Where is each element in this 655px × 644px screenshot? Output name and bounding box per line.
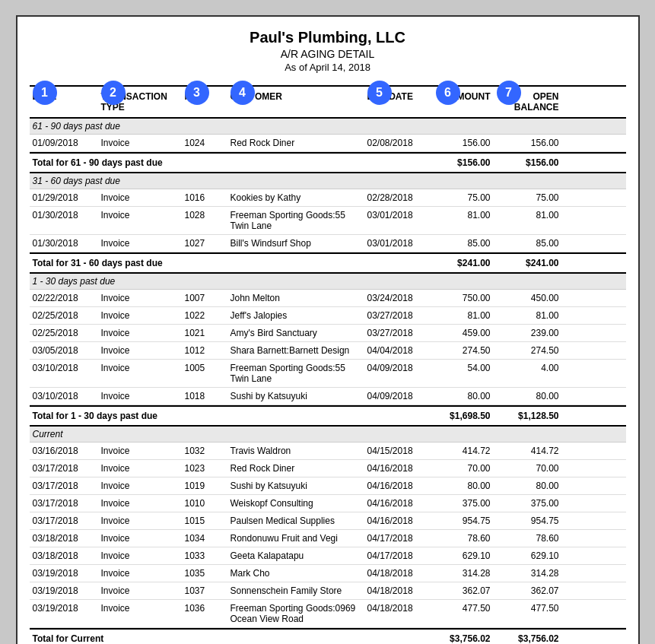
table-row: 03/10/2018 Invoice 1018 Sushi by Katsuyu…	[30, 388, 626, 405]
cell-balance: 362.07	[494, 584, 562, 598]
cell-customer: Shara Barnett:Barnett Design	[227, 344, 364, 357]
cell-customer: John Melton	[227, 291, 364, 305]
table-row: 03/16/2018 Invoice 1032 Travis Waldron 0…	[30, 443, 626, 460]
cell-customer: Amy's Bird Sanctuary	[227, 326, 364, 340]
cell-num: 1021	[182, 326, 227, 340]
cell-amount: 274.50	[433, 344, 494, 357]
table-row: 03/19/2018 Invoice 1037 Sonnenschein Fam…	[30, 582, 626, 600]
cell-duedate: 02/08/2018	[364, 136, 433, 150]
cell-customer: Freeman Sporting Goods:0969 Ocean View R…	[227, 601, 364, 626]
report-header: Paul's Plumbing, LLC A/R AGING DETAIL As…	[30, 29, 626, 73]
cell-date: 01/09/2018	[30, 136, 98, 150]
col-badge-6: 6	[436, 81, 460, 105]
section-header-2: 1 - 30 days past due	[30, 274, 626, 290]
cell-type: Invoice	[98, 389, 182, 403]
section-total-amount: $241.00	[433, 256, 494, 270]
cell-num: 1010	[182, 496, 227, 510]
cell-date: 03/17/2018	[30, 496, 98, 510]
cell-date: 01/30/2018	[30, 208, 98, 233]
section-total-2: Total for 1 - 30 days past due $1,698.50…	[30, 405, 626, 427]
table-row: 02/25/2018 Invoice 1022 Jeff's Jalopies …	[30, 307, 626, 325]
cell-balance: 274.50	[494, 344, 562, 357]
col-badge-3: 3	[185, 81, 209, 105]
cell-type: Invoice	[98, 479, 182, 493]
cell-balance: 156.00	[494, 136, 562, 150]
section-total-label: Total for Current	[30, 632, 433, 644]
section-total-label: Total for 1 - 30 days past due	[30, 409, 433, 423]
cell-duedate: 04/17/2018	[364, 549, 433, 563]
cell-num: 1015	[182, 514, 227, 528]
cell-amount: 54.00	[433, 361, 494, 385]
cell-num: 1034	[182, 531, 227, 545]
col-badge-4: 4	[231, 81, 255, 105]
cell-customer: Freeman Sporting Goods:55 Twin Lane	[227, 361, 364, 385]
table-row: 02/22/2018 Invoice 1007 John Melton 03/2…	[30, 290, 626, 307]
section-header-1: 31 - 60 days past due	[30, 173, 626, 189]
cell-num: 1037	[182, 584, 227, 598]
cell-duedate: 04/09/2018	[364, 361, 433, 385]
cell-date: 03/19/2018	[30, 601, 98, 626]
cell-amount: 629.10	[433, 549, 494, 563]
cell-customer: Paulsen Medical Supplies	[227, 514, 364, 528]
cell-type: Invoice	[98, 236, 182, 250]
section-total-label: Total for 31 - 60 days past due	[30, 256, 433, 270]
cell-amount: 459.00	[433, 326, 494, 340]
cell-balance: 314.28	[494, 566, 562, 580]
cell-balance: 80.00	[494, 479, 562, 493]
cell-num: 1022	[182, 309, 227, 322]
cell-customer: Travis Waldron	[227, 444, 364, 458]
cell-balance: 477.50	[494, 601, 562, 626]
table-row: 03/18/2018 Invoice 1033 Geeta Kalapatapu…	[30, 547, 626, 565]
table-row: 03/17/2018 Invoice 1019 Sushi by Katsuyu…	[30, 477, 626, 495]
table-row: 01/30/2018 Invoice 1027 Bill's Windsurf …	[30, 235, 626, 252]
cell-num: 1036	[182, 601, 227, 626]
cell-balance: 81.00	[494, 309, 562, 322]
report-container: Paul's Plumbing, LLC A/R AGING DETAIL As…	[16, 15, 640, 644]
section-total-balance: $156.00	[494, 156, 562, 170]
cell-date: 03/17/2018	[30, 514, 98, 528]
table-row: 03/19/2018 Invoice 1036 Freeman Sporting…	[30, 600, 626, 628]
cell-duedate: 04/15/2018	[364, 444, 433, 458]
cell-amount: 85.00	[433, 236, 494, 250]
cell-amount: 81.00	[433, 309, 494, 322]
cell-balance: 75.00	[494, 191, 562, 205]
cell-amount: 314.28	[433, 566, 494, 580]
table-row: 03/17/2018 Invoice 1015 Paulsen Medical …	[30, 512, 626, 530]
cell-amount: 75.00	[433, 191, 494, 205]
cell-type: Invoice	[98, 444, 182, 458]
cell-type: Invoice	[98, 326, 182, 340]
cell-amount: 414.72	[433, 444, 494, 458]
col-badge-7: 7	[497, 81, 521, 105]
cell-type: Invoice	[98, 549, 182, 563]
cell-balance: 239.00	[494, 326, 562, 340]
cell-type: Invoice	[98, 496, 182, 510]
cell-duedate: 03/27/2018	[364, 326, 433, 340]
cell-customer: Jeff's Jalopies	[227, 309, 364, 322]
cell-balance: 629.10	[494, 549, 562, 563]
cell-customer: Sonnenschein Family Store	[227, 584, 364, 598]
cell-date: 03/16/2018	[30, 444, 98, 458]
cell-amount: 375.00	[433, 496, 494, 510]
cell-date: 03/18/2018	[30, 549, 98, 563]
section-total-0: Total for 61 - 90 days past due $156.00 …	[30, 152, 626, 173]
cell-date: 03/17/2018	[30, 462, 98, 475]
cell-balance: 80.00	[494, 389, 562, 403]
section-total-balance: $241.00	[494, 256, 562, 270]
cell-balance: 4.00	[494, 361, 562, 385]
cell-num: 1035	[182, 566, 227, 580]
cell-balance: 70.00	[494, 462, 562, 475]
table-body: 61 - 90 days past due 01/09/2018 Invoice…	[30, 119, 626, 644]
section-total-label: Total for 61 - 90 days past due	[30, 156, 433, 170]
cell-duedate: 04/18/2018	[364, 601, 433, 626]
cell-num: 1005	[182, 361, 227, 385]
section-total-1: Total for 31 - 60 days past due $241.00 …	[30, 252, 626, 274]
cell-type: Invoice	[98, 344, 182, 357]
cell-date: 02/25/2018	[30, 309, 98, 322]
cell-duedate: 04/09/2018	[364, 389, 433, 403]
cell-date: 03/19/2018	[30, 584, 98, 598]
cell-amount: 362.07	[433, 584, 494, 598]
cell-balance: 78.60	[494, 531, 562, 545]
table-row: 03/17/2018 Invoice 1010 Weiskopf Consult…	[30, 495, 626, 512]
cell-customer: Freeman Sporting Goods:55 Twin Lane	[227, 208, 364, 233]
cell-num: 1016	[182, 191, 227, 205]
